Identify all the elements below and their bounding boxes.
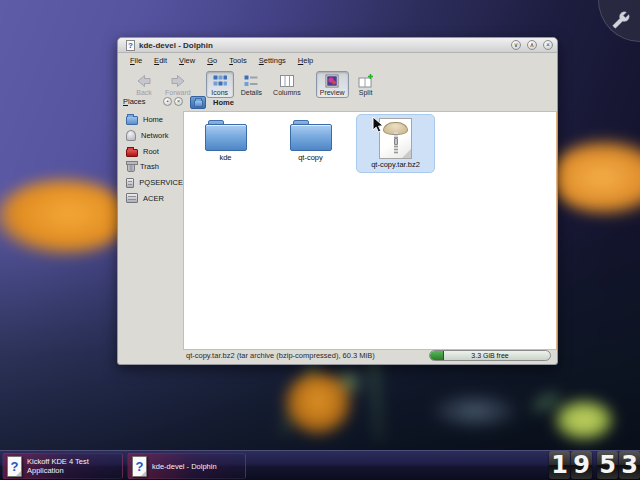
- file-name: kde: [186, 153, 265, 162]
- flower-blur-bottom: [285, 373, 351, 435]
- menu-edit[interactable]: Edit: [148, 54, 173, 67]
- menu-file[interactable]: File: [124, 54, 148, 67]
- root-drive-icon: [126, 149, 138, 157]
- split-label: Split: [359, 89, 373, 96]
- places-float-button[interactable]: •: [163, 97, 172, 106]
- preview-label: Preview: [320, 89, 345, 96]
- clock-minutes: 5 3: [597, 451, 640, 479]
- network-icon: [126, 130, 136, 141]
- drive-icon: [126, 193, 138, 203]
- titlebar[interactable]: ? kde-devel - Dolphin ∨ ∧ ×: [118, 38, 557, 53]
- trash-icon: [127, 162, 135, 172]
- places-panel: Home Network Root Trash PQSERVICE ACER: [123, 112, 183, 206]
- clock-hours: 1 9: [549, 451, 592, 479]
- forward-label: Forward: [165, 89, 191, 96]
- desktop: ? kde-devel - Dolphin ∨ ∧ × File Edit Vi…: [0, 0, 640, 480]
- background-haze: [430, 393, 520, 429]
- menubar: File Edit View Go Tools Settings Help: [118, 53, 557, 68]
- preview-button[interactable]: Preview: [316, 71, 349, 98]
- flower-blur-left: [0, 180, 130, 255]
- file-item-qt-copy-tar-bz2[interactable]: qt-copy.tar.bz2: [356, 114, 435, 173]
- free-space-bar: 3.3 GiB free: [429, 350, 551, 361]
- file-view[interactable]: kde qt-copy qt-copy.tar.bz2: [183, 111, 557, 350]
- file-item-qt-copy[interactable]: qt-copy: [271, 114, 350, 173]
- close-button[interactable]: ×: [543, 40, 553, 50]
- taskbar: ? Kickoff KDE 4 Test Application ? kde-d…: [0, 450, 640, 480]
- question-doc-icon: ?: [132, 456, 147, 477]
- mouse-cursor: [372, 116, 384, 138]
- back-label: Back: [136, 89, 152, 96]
- places-title: Places: [123, 97, 161, 106]
- menu-help[interactable]: Help: [292, 54, 319, 67]
- question-doc-icon: ?: [7, 456, 22, 477]
- columns-view-button[interactable]: Columns: [269, 71, 305, 98]
- columns-view-icon: [273, 73, 301, 89]
- toolbar: Back Forward Icons: [118, 68, 557, 100]
- menu-tools[interactable]: Tools: [223, 54, 253, 67]
- menu-go[interactable]: Go: [201, 54, 223, 67]
- status-info-text: qt-copy.tar.bz2 (tar archive (bzip-compr…: [186, 351, 429, 360]
- taskbar-item-kickoff[interactable]: ? Kickoff KDE 4 Test Application: [2, 453, 123, 479]
- preview-icon: [320, 73, 345, 89]
- details-label: Details: [241, 89, 262, 96]
- icons-view-icon: [210, 73, 230, 89]
- icons-view-button[interactable]: Icons: [206, 71, 234, 98]
- statusbar: qt-copy.tar.bz2 (tar archive (bzip-compr…: [118, 348, 557, 363]
- split-view-button[interactable]: Split: [352, 71, 380, 98]
- taskbar-item-dolphin[interactable]: ? kde-devel - Dolphin: [127, 453, 246, 479]
- breadcrumb: Home: [190, 95, 234, 110]
- file-item-kde[interactable]: kde: [186, 114, 265, 173]
- split-view-icon: [356, 73, 376, 89]
- task-title: kde-devel - Dolphin: [152, 462, 217, 471]
- places-close-button[interactable]: ×: [174, 97, 183, 106]
- details-view-icon: [241, 73, 262, 89]
- forward-arrow-icon: [165, 73, 191, 89]
- folder-icon: [290, 120, 332, 151]
- place-acer[interactable]: ACER: [123, 190, 183, 206]
- folder-icon: [205, 120, 247, 151]
- breadcrumb-home-icon[interactable]: [190, 96, 206, 109]
- place-trash[interactable]: Trash: [123, 159, 183, 175]
- digital-clock: 1 9 5 3: [549, 451, 640, 479]
- wrench-icon: [612, 11, 630, 29]
- free-space-label: 3.3 GiB free: [471, 352, 508, 359]
- place-network[interactable]: Network: [123, 128, 183, 144]
- back-arrow-icon: [134, 73, 154, 89]
- window-icon: ?: [126, 40, 135, 51]
- forward-button[interactable]: Forward: [161, 71, 195, 98]
- menu-view[interactable]: View: [173, 54, 201, 67]
- task-title: Kickoff KDE 4 Test Application: [27, 457, 116, 475]
- file-name: qt-copy: [271, 153, 350, 162]
- free-space-fill: [430, 351, 444, 360]
- dolphin-window: ? kde-devel - Dolphin ∨ ∧ × File Edit Vi…: [117, 37, 558, 365]
- place-root[interactable]: Root: [123, 143, 183, 159]
- breadcrumb-home[interactable]: Home: [213, 98, 234, 107]
- maximize-button[interactable]: ∧: [527, 40, 537, 50]
- flower-blur-yellow: [555, 400, 613, 440]
- details-view-button[interactable]: Details: [237, 71, 266, 98]
- file-name: qt-copy.tar.bz2: [357, 160, 434, 169]
- minimize-button[interactable]: ∨: [511, 40, 521, 50]
- place-pqservice[interactable]: PQSERVICE: [123, 175, 183, 191]
- columns-label: Columns: [273, 89, 301, 96]
- home-folder-icon: [126, 116, 138, 125]
- back-button[interactable]: Back: [130, 71, 158, 98]
- place-home[interactable]: Home: [123, 112, 183, 128]
- places-panel-header: Places • ×: [123, 97, 183, 106]
- flower-blur-right: [550, 140, 640, 215]
- drive-icon: [126, 178, 134, 188]
- window-title: kde-devel - Dolphin: [139, 41, 505, 50]
- menu-settings[interactable]: Settings: [253, 54, 292, 67]
